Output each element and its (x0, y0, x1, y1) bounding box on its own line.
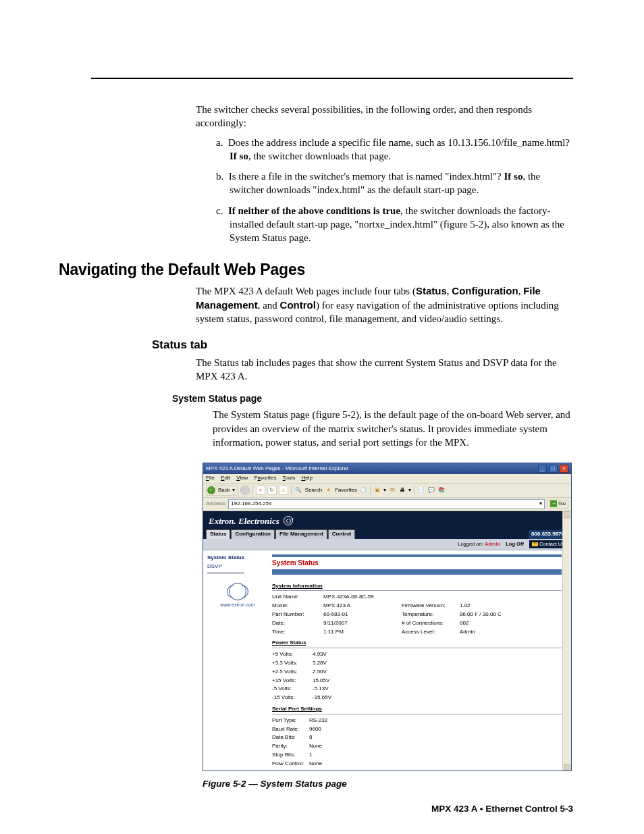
sidebar-item-system-status[interactable]: System Status (207, 554, 268, 562)
section-heading-navigating: Navigating the Default Web Pages (59, 259, 573, 280)
menu-favorites[interactable]: Favorites (254, 475, 277, 481)
sublist-item-b: b. Is there a file in the switcher's mem… (216, 170, 573, 197)
section-power-status: Power Status +5 Volts:4.93V +3.3 Volts:3… (272, 640, 562, 702)
ie-window-buttons: _ □ × (537, 465, 568, 473)
ie-title-text: MPX 423 A Default Web Pages - Microsoft … (206, 465, 349, 473)
section-system-information: System Information Unit Name:MPX-423A-08… (272, 583, 562, 636)
sublist-item-c: c. If neither of the above conditions is… (216, 204, 573, 245)
ie-toolbar: ←Back ▾ × ↻ ⌂ 🔍Search ★Favorites 🕘 ▣▾ ✉ … (203, 484, 571, 498)
status-tab-paragraph: The Status tab includes pages that show … (196, 356, 573, 384)
tab-file-management[interactable]: File Management (275, 529, 327, 539)
favorites-icon[interactable]: ★ (324, 486, 332, 494)
menu-help[interactable]: Help (302, 475, 313, 481)
subheading-status-tab: Status tab (152, 338, 573, 353)
sidebar-item-dsvp[interactable]: DSVP (207, 563, 268, 571)
menu-tools[interactable]: Tools (283, 475, 296, 481)
ie-titlebar: MPX 423 A Default Web Pages - Microsoft … (203, 463, 571, 474)
address-dropdown-icon[interactable]: ▾ (539, 500, 542, 508)
maximize-icon[interactable]: □ (549, 465, 558, 473)
phone-number: 800.633.9876 (529, 530, 567, 539)
address-label: Address (206, 500, 225, 508)
discuss-icon[interactable]: 💬 (427, 486, 435, 494)
sublist-item-a: a. Does the address include a specific f… (216, 136, 573, 163)
extron-sidebar: System Status DSVP www.extron.com (203, 550, 272, 770)
extron-subbar: Logged on: Admin Log Off Contact Us (203, 539, 571, 550)
intro-paragraph: The switcher checks several possibilitie… (196, 103, 573, 130)
page-footer: MPX 423 A • Ethernet Control 5-3 (431, 803, 573, 815)
ie-address-bar: Address 192.168.254.254 ▾ →Go (203, 498, 571, 511)
mail-icon[interactable]: ✉ (388, 486, 396, 494)
history-icon[interactable]: 🕘 (359, 486, 367, 494)
menu-file[interactable]: FFileile (206, 475, 215, 481)
forward-button[interactable] (240, 486, 250, 495)
page-top-rule (91, 78, 573, 79)
extron-logo: www.extron.com (207, 583, 268, 608)
figure-5-2: MPX 423 A Default Web Pages - Microsoft … (203, 463, 573, 790)
print-icon[interactable]: 🖶 (398, 486, 406, 494)
edit-icon[interactable]: 📄 (417, 486, 425, 494)
nav-paragraph: The MPX 423 A default Web pages include … (196, 284, 573, 325)
envelope-icon (532, 542, 538, 546)
close-icon[interactable]: × (560, 465, 568, 473)
extron-swirl-icon (284, 516, 293, 525)
log-off-link[interactable]: Log Off (506, 541, 524, 548)
ie-menubar: FFileile Edit View Favorites Tools Help (203, 474, 571, 484)
menu-view[interactable]: View (236, 475, 248, 481)
tab-control[interactable]: Control (328, 529, 355, 539)
tab-status[interactable]: Status (206, 529, 230, 539)
extron-logo-icon (229, 583, 246, 600)
system-status-paragraph: The System Status page (figure 5-2), is … (213, 408, 573, 449)
refresh-icon[interactable]: ↻ (267, 486, 277, 495)
search-icon[interactable]: 🔍 (294, 486, 302, 494)
minimize-icon[interactable]: _ (538, 465, 547, 473)
subheading-system-status: System Status page (172, 392, 573, 405)
address-input[interactable]: 192.168.254.254 ▾ (228, 499, 545, 509)
extron-tabs-row: Status Configuration File Management Con… (203, 529, 571, 539)
home-icon[interactable]: ⌂ (279, 486, 288, 495)
extron-site-link[interactable]: www.extron.com (220, 602, 254, 607)
go-button[interactable]: →Go (547, 500, 568, 509)
research-icon[interactable]: 📚 (437, 486, 446, 494)
ie-content-area: Extron. Electronics Status Configuration… (203, 511, 571, 771)
panel-title-system-status: System Status (272, 558, 562, 568)
extron-main-panel: System Status System Information Unit Na… (272, 550, 571, 770)
ie-window: MPX 423 A Default Web Pages - Microsoft … (203, 463, 572, 771)
media-icon[interactable]: ▣ (373, 486, 381, 494)
tab-configuration[interactable]: Configuration (231, 529, 274, 539)
figure-caption: Figure 5-2 — System Status page (203, 778, 573, 790)
extron-brand-header: Extron. Electronics (203, 511, 571, 530)
ordered-sublist: a. Does the address include a specific f… (216, 136, 573, 245)
scrollbar[interactable] (562, 511, 571, 771)
menu-edit[interactable]: Edit (221, 475, 230, 481)
back-button[interactable]: ←Back ▾ (206, 485, 238, 496)
logged-on-label: Logged on: Admin (458, 541, 500, 548)
section-serial-port-settings: Serial Port Settings Port Type:RS-232 Ba… (272, 706, 562, 768)
stop-icon[interactable]: × (256, 486, 265, 495)
contact-us-button[interactable]: Contact Us (529, 540, 567, 548)
